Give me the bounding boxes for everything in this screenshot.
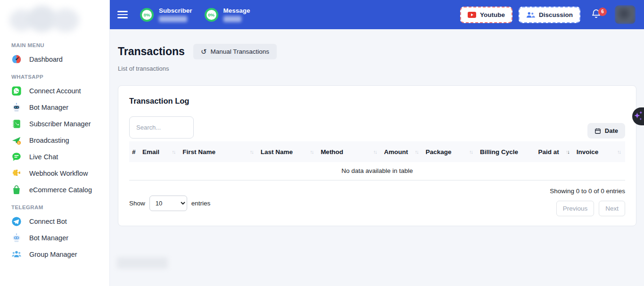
sort-icon: ↑↓: [469, 149, 474, 155]
column-header-last-name[interactable]: Last Name↑↓: [258, 141, 318, 162]
message-stat-value-blurred: [223, 16, 241, 22]
next-page-button[interactable]: Next: [599, 201, 625, 216]
entries-summary: Showing 0 to 0 of 0 entries: [550, 188, 625, 195]
subscriber-stat: 0% Subscriber: [140, 7, 192, 22]
youtube-button-label: Youtube: [480, 11, 505, 18]
search-input[interactable]: [129, 116, 194, 139]
sidebar-item-group-manager[interactable]: Group Manager: [0, 246, 109, 262]
column-header-index: #: [129, 141, 140, 162]
message-stat-label: Message: [223, 7, 250, 14]
date-button-label: Date: [605, 127, 618, 134]
discussion-people-icon: [526, 12, 535, 18]
empty-table-message: No data available in table: [129, 162, 625, 180]
contacts-icon: [11, 119, 22, 129]
previous-page-button[interactable]: Previous: [556, 201, 594, 216]
sidebar-item-label: Broadcasting: [29, 137, 69, 144]
column-header-billing-cycle[interactable]: Billing Cycle: [477, 141, 535, 162]
sidebar-item-label: Subscriber Manager: [29, 120, 91, 128]
sidebar-item-label: Connect Bot: [29, 218, 67, 225]
entries-label: entries: [191, 200, 211, 207]
column-header-amount[interactable]: Amount↑↓: [381, 141, 423, 162]
manual-transactions-label: Manual Transactions: [210, 48, 269, 55]
manual-transactions-button[interactable]: ↺ Manual Transactions: [193, 44, 277, 59]
sort-icon: ↑↓: [415, 149, 420, 155]
page-title: Transactions: [118, 45, 185, 58]
sort-icon: ↑↓: [310, 149, 315, 155]
sort-icon: ↑↓: [617, 149, 622, 155]
menu-toggle-icon[interactable]: [117, 9, 128, 20]
column-header-package[interactable]: Package↑↓: [423, 141, 477, 162]
robot-icon: [11, 233, 22, 243]
sparkles-icon: [634, 110, 644, 123]
whatsapp-icon: [11, 86, 22, 96]
transaction-log-card: Transaction Log Date # Email↑↓ First Nam…: [118, 85, 636, 226]
sidebar-section-main-menu: MAIN MENU: [11, 42, 109, 48]
page-subtitle: List of transactions: [118, 65, 636, 72]
message-stat: 0% Message: [205, 7, 250, 22]
column-header-paid-at[interactable]: Paid at↑↓: [535, 141, 573, 162]
sidebar-item-connect-account[interactable]: Connect Account: [0, 82, 109, 99]
telegram-icon: [11, 216, 22, 227]
user-avatar[interactable]: [615, 5, 636, 24]
calendar-icon: [594, 128, 601, 134]
message-progress-ring: 0%: [205, 8, 218, 22]
chat-bubble-icon: [11, 152, 22, 162]
empty-table-row: No data available in table: [129, 162, 625, 180]
sidebar-item-webhook-workflow[interactable]: Webhook Workflow: [0, 165, 109, 181]
youtube-icon: [468, 12, 476, 18]
sort-icon: ↑↓: [373, 149, 379, 155]
sort-icon: ↑↓: [172, 149, 177, 155]
sidebar-item-label: Bot Manager: [29, 104, 68, 111]
sidebar-section-telegram: TELEGRAM: [11, 204, 109, 210]
sidebar-item-label: Live Chat: [29, 153, 58, 161]
column-header-method[interactable]: Method↑↓: [318, 141, 381, 162]
sidebar-item-live-chat[interactable]: Live Chat: [0, 148, 109, 165]
history-icon: ↺: [201, 49, 207, 55]
youtube-button[interactable]: Youtube: [460, 7, 512, 23]
sidebar-item-dashboard[interactable]: Dashboard: [0, 51, 109, 67]
subscriber-stat-value-blurred: [159, 16, 187, 22]
transactions-table: # Email↑↓ First Name↑↓ Last Name↑↓ Metho…: [129, 141, 625, 180]
sidebar-item-label: Group Manager: [29, 251, 77, 258]
column-header-invoice[interactable]: Invoice↑↓: [574, 141, 625, 162]
subscriber-stat-label: Subscriber: [159, 7, 192, 14]
sidebar-section-whatsapp: WHATSAPP: [11, 74, 109, 80]
sort-icon-active-desc: ↑↓: [566, 149, 571, 155]
table-header-row: # Email↑↓ First Name↑↓ Last Name↑↓ Metho…: [129, 141, 625, 162]
sidebar-item-ecommerce-catalog[interactable]: eCommerce Catalog: [0, 181, 109, 198]
sidebar-item-bot-manager-whatsapp[interactable]: Bot Manager: [0, 99, 109, 115]
sidebar-item-label: Dashboard: [29, 56, 63, 63]
paper-plane-icon: 1: [11, 135, 22, 146]
sort-icon: ↑↓: [250, 149, 255, 155]
sidebar-item-label: Connect Account: [29, 87, 81, 95]
card-title: Transaction Log: [129, 97, 625, 106]
discussion-button[interactable]: Discussion: [519, 7, 580, 23]
notification-count-badge: 6: [598, 8, 607, 16]
date-filter-button[interactable]: Date: [587, 123, 625, 139]
puzzle-icon: [11, 168, 22, 179]
show-label: Show: [129, 200, 145, 207]
sidebar-item-bot-manager-telegram[interactable]: Bot Manager: [0, 229, 109, 246]
notifications-button[interactable]: 6: [591, 8, 602, 21]
column-header-first-name[interactable]: First Name↑↓: [180, 141, 257, 162]
subscriber-progress-ring: 0%: [140, 8, 154, 22]
gauge-icon: [11, 54, 22, 65]
sidebar-item-connect-bot[interactable]: Connect Bot: [0, 213, 109, 229]
people-icon: [11, 249, 22, 260]
svg-text:1: 1: [18, 141, 20, 144]
main-content: Transactions ↺ Manual Transactions List …: [110, 29, 644, 286]
sidebar: MAIN MENU Dashboard WHATSAPP Connect Acc…: [0, 0, 110, 286]
discussion-button-label: Discussion: [539, 11, 573, 18]
top-header: 0% Subscriber 0% Message Youtube Discuss…: [110, 0, 644, 29]
app-logo: [7, 3, 103, 36]
sidebar-item-label: eCommerce Catalog: [29, 186, 92, 194]
sidebar-item-label: Webhook Workflow: [29, 170, 88, 177]
footer-text-blurred: [117, 257, 168, 269]
sidebar-item-subscriber-manager[interactable]: Subscriber Manager: [0, 115, 109, 132]
sidebar-item-label: Bot Manager: [29, 234, 68, 242]
page-size-select[interactable]: 10: [149, 196, 187, 211]
sidebar-item-broadcasting[interactable]: 1 Broadcasting: [0, 132, 109, 148]
shopping-bag-icon: [11, 185, 22, 195]
robot-icon: [11, 102, 22, 113]
column-header-email[interactable]: Email↑↓: [140, 141, 180, 162]
